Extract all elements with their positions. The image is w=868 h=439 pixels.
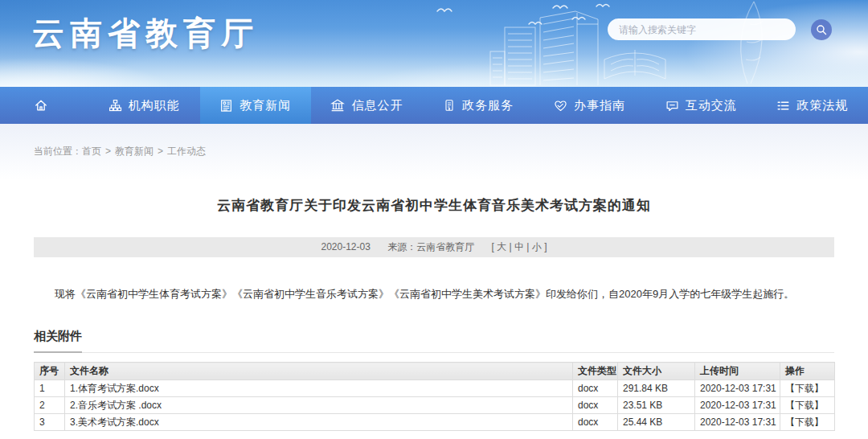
nav-item-label: 信息公开 (351, 98, 403, 113)
article-title: 云南省教育厅关于印发云南省初中学生体育音乐美术考试方案的通知 (0, 196, 868, 215)
col-header-size: 文件大小 (618, 363, 695, 380)
cell-file-type: docx (573, 380, 618, 397)
breadcrumb-link-worknews[interactable]: 工作动态 (167, 146, 206, 157)
attachments-table: 序号 文件名称 文件类型 文件大小 上传时间 操作 1 1.体育考试方案.doc… (34, 362, 835, 431)
font-size-controls[interactable]: [ 大 | 中 | 小 ] (492, 241, 547, 252)
page: 云南省教育厅 (0, 0, 868, 439)
col-header-name: 文件名称 (65, 363, 573, 380)
cell-file-name: 2.音乐考试方案 .docx (65, 397, 573, 414)
search-button[interactable] (811, 19, 832, 40)
attachments-section-header: 相关附件 (34, 329, 834, 353)
cell-file-name: 1.体育考试方案.docx (65, 380, 573, 397)
col-header-type: 文件类型 (573, 363, 618, 380)
header-banner: 云南省教育厅 (0, 0, 868, 87)
cell-file-size: 25.44 KB (618, 414, 695, 431)
feather-lineart (741, 2, 763, 84)
heart-hands-icon (554, 99, 567, 113)
col-header-action: 操作 (780, 363, 835, 380)
article-source: 来源：云南省教育厅 (387, 241, 474, 252)
table-row: 1 1.体育考试方案.docx docx 291.84 KB 2020-12-0… (35, 380, 835, 397)
search-box (608, 18, 834, 41)
document-icon (443, 99, 456, 112)
nav-item-policy[interactable]: 政策法规 (756, 87, 868, 124)
breadcrumb-separator: > (158, 146, 163, 157)
breadcrumb-separator: > (105, 146, 111, 157)
nav-item-label: 互动交流 (686, 98, 737, 113)
cell-file-type: docx (573, 397, 618, 414)
breadcrumb: 当前位置：首页>教育新闻>工作动态 (0, 124, 868, 180)
org-chart-icon (108, 99, 122, 113)
site-title: 云南省教育厅 (32, 11, 259, 55)
article-date: 2020-12-03 (321, 241, 371, 252)
breadcrumb-link-home[interactable]: 首页 (82, 146, 101, 157)
list-icon (776, 99, 790, 113)
nav-item-services[interactable]: 政务服务 (423, 87, 534, 124)
article-body: 现将《云南省初中学生体育考试方案》《云南省初中学生音乐考试方案》《云南省初中学生… (34, 286, 834, 302)
nav-item-org[interactable]: 机构职能 (88, 87, 200, 124)
breadcrumb-link-news[interactable]: 教育新闻 (115, 146, 154, 157)
cell-upload-time: 2020-12-03 17:31 (695, 380, 780, 397)
download-link[interactable]: 【下载】 (785, 416, 824, 428)
newspaper-icon (219, 99, 233, 113)
nav-item-label: 政务服务 (462, 98, 514, 113)
cell-index: 2 (35, 397, 65, 414)
col-header-time: 上传时间 (695, 363, 780, 380)
nav-item-info[interactable]: 信息公开 (311, 87, 423, 124)
cell-file-name: 3.美术考试方案.docx (65, 414, 573, 431)
main-nav: 机构职能 教育新闻 信息公开 (0, 87, 868, 124)
speech-bubble-icon (665, 99, 679, 113)
table-row: 2 2.音乐考试方案 .docx docx 23.51 KB 2020-12-0… (35, 397, 835, 414)
search-input[interactable] (608, 18, 796, 40)
nav-item-news[interactable]: 教育新闻 (200, 87, 312, 124)
col-header-index: 序号 (35, 363, 65, 380)
table-header-row: 序号 文件名称 文件类型 文件大小 上传时间 操作 (35, 363, 835, 380)
home-icon (34, 98, 48, 113)
download-link[interactable]: 【下载】 (785, 400, 824, 411)
cell-file-size: 23.51 KB (618, 397, 695, 414)
nav-item-label: 教育新闻 (240, 98, 291, 113)
attachments-section-title: 相关附件 (34, 329, 82, 353)
nav-item-guide[interactable]: 办事指南 (534, 87, 645, 124)
bank-icon (330, 98, 345, 113)
cell-file-type: docx (573, 414, 618, 431)
cell-index: 3 (35, 414, 65, 431)
cell-upload-time: 2020-12-03 17:31 (695, 397, 780, 414)
nav-item-label: 机构职能 (129, 98, 180, 113)
cell-index: 1 (35, 380, 65, 397)
birds-lineart (437, 5, 609, 25)
nav-item-label: 政策法规 (796, 98, 848, 113)
cell-upload-time: 2020-12-03 17:31 (695, 414, 780, 431)
search-icon (816, 24, 827, 35)
nav-item-interact[interactable]: 互动交流 (645, 87, 757, 124)
download-link[interactable]: 【下载】 (785, 383, 824, 394)
table-row: 3 3.美术考试方案.docx docx 25.44 KB 2020-12-03… (35, 414, 835, 431)
nav-item-home[interactable] (0, 87, 88, 124)
book-lineart (604, 50, 665, 79)
nav-item-label: 办事指南 (574, 98, 625, 113)
building-lineart (490, 11, 598, 85)
breadcrumb-label: 当前位置： (34, 146, 82, 157)
article-meta-bar: 2020-12-03 来源：云南省教育厅 [ 大 | 中 | 小 ] (34, 237, 834, 257)
cell-file-size: 291.84 KB (618, 380, 695, 397)
